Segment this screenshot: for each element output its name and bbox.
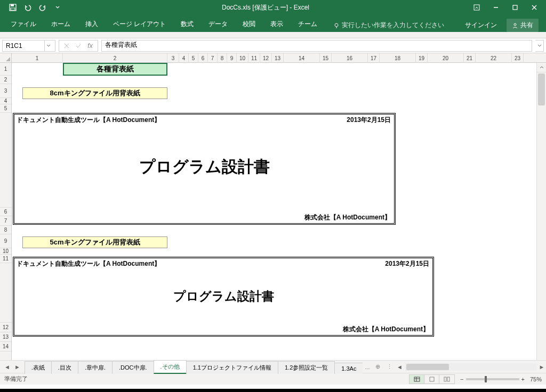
select-all-button[interactable] xyxy=(0,53,12,62)
column-header-row[interactable]: 1234567891011121314151617181920212223 xyxy=(12,53,546,62)
col-header[interactable]: 4 xyxy=(179,53,189,63)
scroll-up-icon[interactable] xyxy=(537,63,546,72)
formula-expand-icon[interactable] xyxy=(535,40,544,52)
col-header[interactable]: 22 xyxy=(476,53,512,63)
sheet-tab[interactable]: .目次 xyxy=(51,361,78,374)
col-header[interactable]: 17 xyxy=(368,53,380,63)
col-header[interactable]: 10 xyxy=(237,53,248,63)
label-8cm[interactable]: 8cmキングファイル用背表紙 xyxy=(22,87,167,99)
label-5cm[interactable]: 5cmキングファイル用背表紙 xyxy=(22,236,167,248)
sheet-more[interactable]: ... xyxy=(363,364,372,370)
col-header[interactable]: 20 xyxy=(428,53,464,63)
formula-input[interactable]: 各種背表紙 xyxy=(101,40,532,52)
tab-view[interactable]: 表示 xyxy=(263,17,291,32)
spine-box-8cm[interactable]: ドキュメント自動生成ツール【A HotDocument】 2013年2月15日 … xyxy=(13,113,396,225)
col-header[interactable]: 8 xyxy=(218,53,227,63)
cell-grid[interactable]: 各種背表紙 8cmキングファイル用背表紙 ドキュメント自動生成ツール【A Hot… xyxy=(12,63,536,360)
row-header[interactable]: 14 xyxy=(0,342,11,352)
hscroll-track[interactable] xyxy=(405,363,536,371)
sheet-tab[interactable]: 1.2参照設定一覧 xyxy=(278,361,335,374)
zoom-slider[interactable] xyxy=(466,378,519,380)
view-pagelayout-icon[interactable] xyxy=(424,375,439,383)
row-header[interactable] xyxy=(0,113,11,208)
tab-insert[interactable]: 挿入 xyxy=(78,17,106,32)
tab-file[interactable]: ファイル xyxy=(3,17,44,32)
col-header[interactable]: 9 xyxy=(227,53,237,63)
col-header[interactable]: 6 xyxy=(198,53,208,63)
maximize-icon[interactable] xyxy=(505,0,525,15)
col-header[interactable]: 2 xyxy=(63,53,167,63)
row-header[interactable]: 11 xyxy=(0,255,11,263)
col-header[interactable]: 16 xyxy=(332,53,368,63)
col-header[interactable]: 12 xyxy=(260,53,272,63)
row-header[interactable]: 13 xyxy=(0,332,11,342)
undo-icon[interactable] xyxy=(21,1,34,14)
horizontal-scrollbar[interactable]: ◄ ► xyxy=(396,363,546,371)
signin-link[interactable]: サインイン xyxy=(460,19,502,32)
cancel-icon[interactable] xyxy=(62,43,71,48)
sheet-nav-next-icon[interactable]: ► xyxy=(13,364,21,370)
row-header[interactable]: 9 xyxy=(0,234,11,248)
spine-box-5cm[interactable]: ドキュメント自動生成ツール【A HotDocument】 2013年2月15日 … xyxy=(13,257,434,337)
save-icon[interactable] xyxy=(6,1,19,14)
row-header[interactable]: 1 xyxy=(0,63,11,76)
hscroll-left-icon[interactable]: ◄ xyxy=(396,363,404,371)
redo-icon[interactable] xyxy=(36,1,49,14)
hscroll-right-icon[interactable]: ► xyxy=(537,363,546,371)
row-header[interactable] xyxy=(0,263,11,323)
view-normal-icon[interactable] xyxy=(410,375,424,383)
col-header[interactable]: 7 xyxy=(208,53,218,63)
tab-formulas[interactable]: 数式 xyxy=(173,17,201,32)
col-header[interactable]: 1 xyxy=(12,53,63,63)
sheet-tab[interactable]: .DOC中扉. xyxy=(112,361,154,374)
sheet-tab[interactable]: .表紙 xyxy=(25,361,52,374)
enter-icon[interactable] xyxy=(74,43,83,48)
close-icon[interactable] xyxy=(525,0,544,15)
tell-me-search[interactable]: 実行したい作業を入力してください xyxy=(329,19,448,32)
tab-review[interactable]: 校閲 xyxy=(235,17,263,32)
row-header[interactable]: 4 xyxy=(0,98,11,104)
col-header[interactable]: 5 xyxy=(189,53,198,63)
row-header[interactable]: 7 xyxy=(0,216,11,226)
row-header[interactable]: 2 xyxy=(0,76,11,84)
row-header[interactable]: 5 xyxy=(0,104,11,113)
ribbon-options-icon[interactable] xyxy=(467,0,486,15)
sheet-tab[interactable]: .その他 xyxy=(154,360,187,374)
sheet-nav-prev-icon[interactable]: ◄ xyxy=(3,364,11,370)
col-header[interactable]: 3 xyxy=(167,53,179,63)
zoom-out-icon[interactable]: − xyxy=(460,376,463,382)
row-header[interactable]: 8 xyxy=(0,226,11,234)
sheet-tab[interactable]: 1.3Ac xyxy=(334,363,363,374)
col-header[interactable]: 13 xyxy=(272,53,284,63)
tab-data[interactable]: データ xyxy=(201,17,235,32)
name-box-dropdown-icon[interactable] xyxy=(44,40,52,51)
vertical-scrollbar[interactable] xyxy=(536,63,546,360)
col-header[interactable]: 21 xyxy=(464,53,476,63)
row-header[interactable]: 3 xyxy=(0,84,11,98)
hscroll-thumb[interactable] xyxy=(406,364,449,370)
qat-dropdown-icon[interactable] xyxy=(51,1,64,14)
row-header[interactable]: 12 xyxy=(0,323,11,332)
tab-team[interactable]: チーム xyxy=(291,17,325,32)
col-header[interactable]: 18 xyxy=(380,53,416,63)
zoom-in-icon[interactable]: + xyxy=(521,376,525,382)
sheet-tab[interactable]: 1.1プロジェクトファイル情報 xyxy=(186,361,278,374)
cell-active[interactable]: 各種背表紙 xyxy=(63,63,167,76)
col-header[interactable]: 15 xyxy=(320,53,332,63)
tab-home[interactable]: ホーム xyxy=(44,17,78,32)
col-header[interactable]: 11 xyxy=(248,53,260,63)
share-button[interactable]: 共有 xyxy=(507,19,539,32)
name-box[interactable]: R1C1 xyxy=(2,40,55,52)
col-header[interactable]: 19 xyxy=(416,53,428,63)
new-sheet-icon[interactable]: ⊕ xyxy=(372,362,383,371)
view-pagebreak-icon[interactable] xyxy=(439,375,454,383)
vscroll-thumb[interactable] xyxy=(538,74,545,105)
row-headers[interactable]: 1234567891011121314 xyxy=(0,63,12,360)
col-header[interactable]: 14 xyxy=(284,53,320,63)
row-header[interactable]: 6 xyxy=(0,208,11,216)
zoom-slider-thumb[interactable] xyxy=(485,376,487,382)
sheet-tab[interactable]: .章中扉. xyxy=(78,361,113,374)
tab-pagelayout[interactable]: ページ レイアウト xyxy=(106,17,173,32)
row-header[interactable]: 10 xyxy=(0,248,11,255)
fx-icon[interactable]: fx xyxy=(86,42,94,50)
